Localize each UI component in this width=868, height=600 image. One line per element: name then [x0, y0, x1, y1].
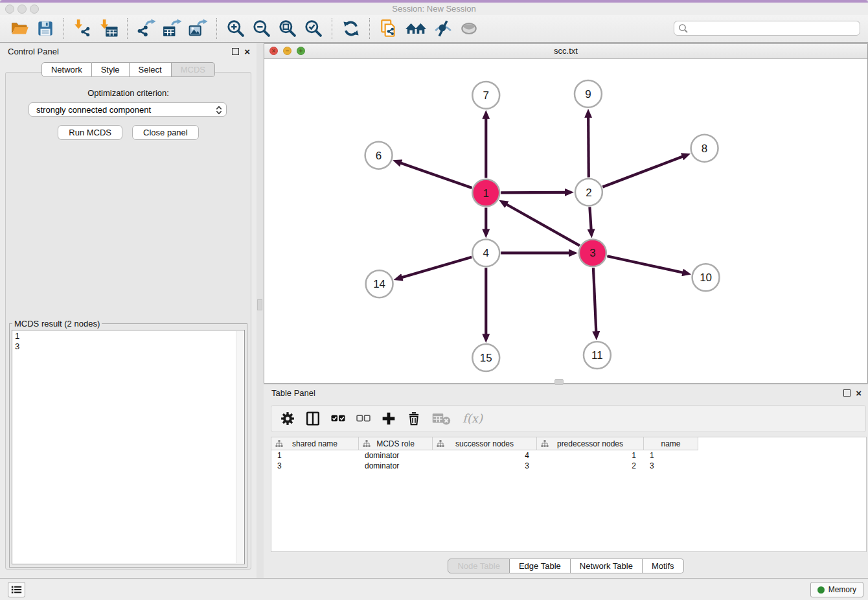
zoom-out-icon[interactable] — [252, 19, 271, 38]
svg-text:7: 7 — [483, 89, 489, 102]
column-header-mcds-role[interactable]: MCDS role — [359, 437, 433, 450]
edge-2-3[interactable] — [589, 207, 591, 229]
save-icon[interactable] — [36, 19, 55, 38]
horizontal-splitter[interactable] — [554, 379, 564, 385]
network-view-window: × – + scc.txt 7968124314101511 — [264, 43, 868, 384]
list-icon — [11, 585, 22, 594]
tab-mcds[interactable]: MCDS — [172, 62, 215, 77]
graph-node-8[interactable]: 8 — [691, 135, 718, 162]
vertical-splitter[interactable] — [257, 299, 262, 310]
graph-node-14[interactable]: 14 — [366, 270, 393, 297]
run-mcds-button[interactable]: Run MCDS — [58, 125, 122, 140]
memory-label: Memory — [828, 585, 856, 594]
table-row[interactable]: 3dominator323 — [271, 461, 866, 471]
show-hide-graphics-icon[interactable] — [459, 19, 479, 38]
tab-style[interactable]: Style — [92, 62, 130, 77]
zoom-selected-icon[interactable] — [304, 19, 323, 38]
graph-node-6[interactable]: 6 — [365, 142, 393, 169]
edge-1-2[interactable] — [501, 192, 565, 193]
mcds-result-text: 1 3 — [12, 330, 244, 352]
delete-row-icon[interactable] — [407, 411, 421, 426]
svg-text:4: 4 — [483, 247, 489, 259]
edge-2-9[interactable] — [588, 117, 589, 178]
column-header-successor-nodes[interactable]: successor nodes — [433, 437, 537, 450]
refresh-icon[interactable] — [341, 19, 361, 38]
column-header-shared-name[interactable]: shared name — [271, 437, 359, 450]
table-panel-float-icon[interactable] — [843, 389, 851, 397]
open-icon[interactable] — [10, 19, 29, 38]
column-header-predecessor-nodes[interactable]: predecessor nodes — [537, 437, 644, 450]
tab-network[interactable]: Network — [41, 62, 92, 77]
column-header-name[interactable]: name — [644, 437, 698, 450]
graph-node-2[interactable]: 2 — [575, 179, 602, 206]
show-panels-button[interactable] — [8, 582, 25, 597]
export-network-icon[interactable] — [137, 19, 156, 38]
mcds-result-scrollbar[interactable] — [236, 331, 244, 563]
graph-node-7[interactable]: 7 — [472, 82, 499, 109]
svg-text:2: 2 — [586, 187, 591, 199]
table-panel-tabs: Node TableEdge TableNetwork TableMotifs — [264, 559, 868, 573]
tab-edge-table[interactable]: Edge Table — [510, 559, 571, 573]
close-panel-button[interactable]: Close panel — [132, 125, 199, 140]
status-bar: Memory — [0, 578, 868, 600]
svg-text:14: 14 — [373, 278, 385, 290]
graph-node-9[interactable]: 9 — [575, 80, 602, 108]
graph-node-10[interactable]: 10 — [692, 264, 720, 291]
edge-3-11[interactable] — [593, 268, 596, 332]
tab-motifs[interactable]: Motifs — [643, 559, 684, 573]
optimization-select[interactable]: strongly connected component — [29, 102, 227, 117]
tab-select[interactable]: Select — [130, 62, 172, 77]
graph-node-15[interactable]: 15 — [472, 344, 499, 371]
graph-node-1[interactable]: 1 — [472, 179, 499, 207]
edge-1-6[interactable] — [400, 163, 472, 188]
table-row[interactable]: 1dominator411 — [271, 450, 866, 461]
select-chevrons-icon — [216, 104, 222, 116]
network-view-titlebar[interactable]: × – + scc.txt — [264, 44, 867, 59]
hierarchy-icon — [363, 440, 371, 448]
graph-node-4[interactable]: 4 — [472, 239, 499, 266]
cell-name: 1 — [644, 451, 698, 460]
select-all-icon[interactable] — [331, 411, 345, 426]
edge-3-10[interactable] — [607, 256, 683, 272]
table-panel-close-icon[interactable]: × — [856, 389, 862, 397]
search-box[interactable] — [674, 21, 860, 36]
deselect-all-icon[interactable] — [356, 411, 371, 426]
gear-icon[interactable] — [280, 411, 295, 426]
style-preview-icon[interactable] — [433, 19, 453, 38]
import-network-icon[interactable] — [73, 19, 93, 38]
control-panel-title: Control Panel — [8, 47, 59, 56]
toolbar-separator — [369, 18, 371, 39]
tab-network-table[interactable]: Network Table — [571, 559, 643, 573]
zoom-fit-icon[interactable] — [278, 19, 297, 38]
control-panel: Control Panel × NetworkStyleSelectMCDS O… — [0, 43, 257, 578]
column-header-filler — [698, 437, 866, 450]
delete-table-icon[interactable] — [432, 411, 451, 426]
function-builder-icon[interactable] — [462, 411, 485, 426]
network-document-icon[interactable] — [379, 19, 398, 38]
edge-2-8[interactable] — [602, 156, 683, 187]
export-image-icon[interactable] — [188, 19, 208, 38]
control-panel-close-icon[interactable]: × — [244, 48, 250, 55]
zoom-in-icon[interactable] — [226, 19, 246, 38]
import-table-icon[interactable] — [99, 19, 119, 38]
search-input[interactable] — [690, 21, 858, 36]
control-panel-float-icon[interactable] — [232, 48, 239, 55]
mcds-result-box[interactable]: 1 3 — [12, 330, 245, 564]
cell-predecessor-nodes: 2 — [537, 461, 644, 470]
hierarchy-icon — [275, 440, 283, 448]
cell-shared-name: 3 — [271, 461, 359, 470]
node-table[interactable]: shared nameMCDS rolesuccessor nodesprede… — [271, 437, 867, 552]
edge-3-1[interactable] — [507, 204, 580, 246]
graph-node-3[interactable]: 3 — [579, 239, 606, 266]
add-row-icon[interactable] — [382, 411, 396, 426]
window-titlebar: Session: New Session — [0, 3, 868, 15]
graph-node-11[interactable]: 11 — [584, 341, 611, 369]
tab-node-table[interactable]: Node Table — [448, 559, 510, 573]
edge-4-14[interactable] — [402, 257, 472, 277]
home-icon[interactable] — [405, 19, 427, 38]
memory-button[interactable]: Memory — [810, 582, 863, 597]
column-label: name — [661, 439, 680, 448]
export-table-icon[interactable] — [163, 19, 182, 38]
columns-icon[interactable] — [306, 411, 320, 426]
network-canvas[interactable]: 7968124314101511 — [264, 59, 867, 383]
